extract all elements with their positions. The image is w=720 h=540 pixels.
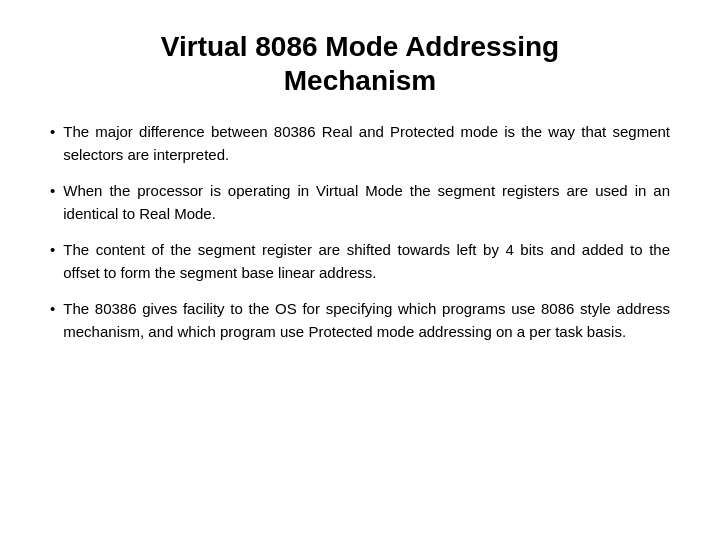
bullet-text: The 80386 gives facility to the OS for s…	[63, 298, 670, 343]
list-item: • The 80386 gives facility to the OS for…	[50, 298, 670, 343]
bullet-text: When the processor is operating in Virtu…	[63, 180, 670, 225]
title-line2: Mechanism	[284, 65, 437, 96]
bullet-marker: •	[50, 239, 55, 262]
slide-container: Virtual 8086 Mode Addressing Mechanism •…	[50, 30, 670, 357]
slide-title: Virtual 8086 Mode Addressing Mechanism	[50, 30, 670, 97]
bullet-marker: •	[50, 298, 55, 321]
title-line1: Virtual 8086 Mode Addressing	[161, 31, 559, 62]
bullet-text: The major difference between 80386 Real …	[63, 121, 670, 166]
bullet-list: • The major difference between 80386 Rea…	[50, 121, 670, 343]
list-item: • The content of the segment register ar…	[50, 239, 670, 284]
list-item: • The major difference between 80386 Rea…	[50, 121, 670, 166]
bullet-marker: •	[50, 121, 55, 144]
bullet-marker: •	[50, 180, 55, 203]
bullet-text: The content of the segment register are …	[63, 239, 670, 284]
list-item: • When the processor is operating in Vir…	[50, 180, 670, 225]
